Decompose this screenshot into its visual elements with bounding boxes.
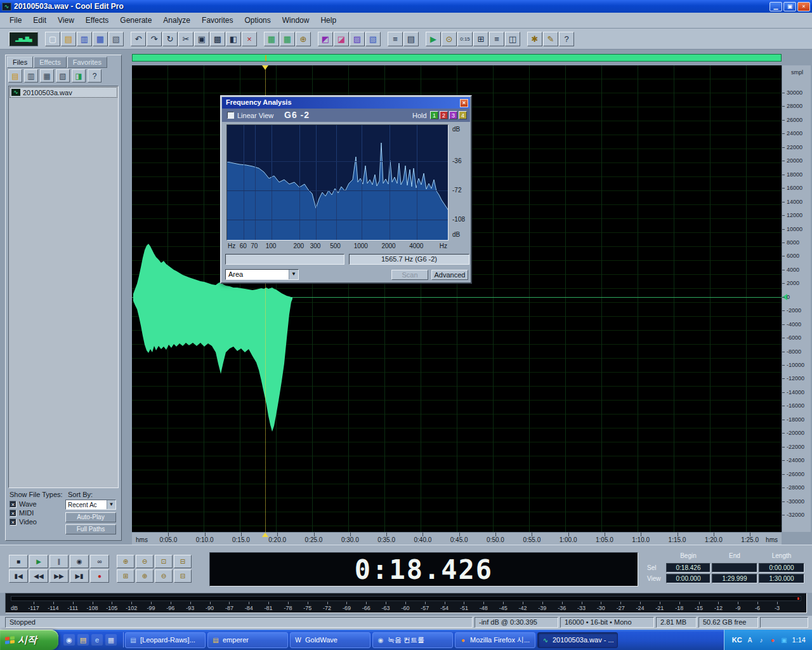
- panel-options-button[interactable]: ◨: [72, 69, 86, 83]
- new-file-button[interactable]: ▢: [45, 32, 60, 46]
- close-button[interactable]: ×: [797, 2, 810, 11]
- cut-button[interactable]: ✂: [178, 32, 193, 46]
- rewind-button[interactable]: ◀◀: [29, 569, 48, 583]
- menu-file[interactable]: File: [4, 14, 27, 27]
- menu-window[interactable]: Window: [277, 14, 315, 27]
- linear-view-checkbox[interactable]: [227, 112, 234, 119]
- amplitude-ruler[interactable]: smpl 30000280002600024000220002000018000…: [782, 65, 811, 532]
- selection-view-begin[interactable]: 0:00.000: [666, 574, 710, 583]
- menu-help[interactable]: Help: [315, 14, 342, 27]
- tab-effects[interactable]: Effects: [34, 56, 66, 68]
- menu-generate[interactable]: Generate: [114, 14, 157, 27]
- filetype-midi[interactable]: ×MIDI: [10, 509, 37, 517]
- minimize-button[interactable]: ▁: [769, 2, 782, 11]
- filetype-video[interactable]: ×Video: [10, 518, 37, 526]
- delete-selection-button[interactable]: ×: [242, 32, 257, 46]
- zoom-selection-button[interactable]: ⊞: [117, 569, 134, 583]
- taskbar-task[interactable]: ▤emperer: [207, 632, 288, 648]
- cue-grid-button[interactable]: ⊞: [473, 32, 488, 46]
- analysis-mode-dropdown[interactable]: Area ▼: [225, 269, 299, 280]
- zoom-full-button[interactable]: ⊡: [155, 555, 173, 568]
- level-meter[interactable]: dB -117-114-111-108-105-102-99-96-93-90-…: [5, 593, 807, 613]
- selection-view-length[interactable]: 1:30.000: [759, 574, 804, 583]
- play-looped-button[interactable]: ◉: [70, 555, 89, 568]
- undo-button[interactable]: ↶: [131, 32, 146, 46]
- auto-play-button[interactable]: Auto-Play: [65, 512, 116, 522]
- full-paths-button[interactable]: Full Paths: [65, 524, 116, 534]
- play-cursor-button[interactable]: ▶: [426, 32, 441, 46]
- quick-launch-desktop-icon[interactable]: ▦: [105, 634, 117, 646]
- chevron-down-icon[interactable]: ▼: [107, 500, 115, 509]
- taskbar-task[interactable]: ◉녹음 컨트롤: [372, 632, 453, 648]
- cursor-marker-bottom[interactable]: [262, 533, 268, 537]
- panel-insert-multitrack-button[interactable]: ▧: [56, 69, 70, 83]
- menu-view[interactable]: View: [52, 14, 80, 27]
- zoom-right-edge-button[interactable]: ⊟: [174, 569, 192, 583]
- spectrum-plot[interactable]: [226, 124, 449, 241]
- file-list[interactable]: ∿20100503a.wav: [8, 86, 119, 488]
- hold-button-4[interactable]: 4: [459, 111, 467, 119]
- fast-forward-button[interactable]: ▶▶: [49, 569, 69, 583]
- zoom-out-button[interactable]: ⊖: [136, 555, 154, 568]
- horizontal-range-bar[interactable]: [132, 54, 782, 62]
- frequency-analysis-button[interactable]: ▦: [280, 32, 295, 46]
- menu-analyze[interactable]: Analyze: [157, 14, 196, 27]
- zoom-in-button[interactable]: ⊕: [117, 555, 134, 568]
- hold-button-3[interactable]: 3: [449, 111, 457, 119]
- phase-analysis-button[interactable]: ⊕: [296, 32, 311, 46]
- record-button[interactable]: ●: [90, 569, 109, 583]
- split-view-button[interactable]: ◫: [505, 32, 520, 46]
- dialog-title-bar[interactable]: Frequency Analysis ×: [222, 97, 470, 109]
- zoom-window-button[interactable]: ⊙: [442, 32, 457, 46]
- save-file-button[interactable]: ▥: [77, 32, 92, 46]
- go-to-end-button[interactable]: ▶▮: [70, 569, 89, 583]
- save-as-button[interactable]: ▦: [93, 32, 108, 46]
- taskbar-task[interactable]: ∿20100503a.wav - ...: [537, 632, 618, 648]
- restore-button[interactable]: ▣: [783, 2, 796, 11]
- frequency-analysis-dialog[interactable]: Frequency Analysis × Linear View G6 -2 H…: [220, 95, 472, 284]
- zoom-left-edge-button[interactable]: ⊟: [174, 555, 192, 568]
- ime-indicator[interactable]: KC: [732, 636, 742, 644]
- filter-effect-button[interactable]: ▨: [350, 32, 365, 46]
- tab-files[interactable]: Files: [7, 56, 33, 68]
- multitrack-view-button[interactable]: ≡: [388, 32, 403, 46]
- quick-launch-player-icon[interactable]: ◉: [63, 634, 75, 646]
- hold-button-1[interactable]: 1: [430, 111, 438, 119]
- quick-launch-ie-icon[interactable]: e: [91, 634, 103, 646]
- panel-open-file-button[interactable]: ▤: [8, 69, 22, 83]
- selection-sel-begin[interactable]: 0:18.426: [666, 563, 710, 573]
- selection-view-end[interactable]: 1:29.999: [712, 574, 757, 583]
- loop-button[interactable]: ∞: [90, 555, 109, 568]
- tray-ime-icon[interactable]: A: [745, 635, 755, 645]
- help-button[interactable]: ?: [559, 32, 574, 46]
- zoom-in-vertical-button[interactable]: ⊕: [136, 569, 154, 583]
- pause-button[interactable]: ∥: [49, 555, 69, 568]
- stop-button[interactable]: ■: [9, 555, 28, 568]
- edit-pencil-button[interactable]: ✎: [543, 32, 558, 46]
- waveform-view-button[interactable]: ▂▅▃▇▄: [9, 32, 38, 46]
- filetype-wave[interactable]: ×Wave: [10, 500, 37, 508]
- file-list-item[interactable]: ∿20100503a.wav: [10, 87, 117, 98]
- tray-messenger-icon[interactable]: ▣: [780, 635, 789, 645]
- selection-sel-end[interactable]: [712, 563, 757, 573]
- taskbar-task[interactable]: ▤[Leopard-Raws]...: [125, 632, 206, 648]
- play-button[interactable]: ▶: [29, 555, 48, 568]
- start-button[interactable]: 시작: [0, 630, 58, 650]
- cursor-marker-top[interactable]: [262, 65, 268, 70]
- menu-effects[interactable]: Effects: [80, 14, 114, 27]
- taskbar-task[interactable]: WGoldWave: [290, 632, 370, 648]
- hold-button-2[interactable]: 2: [440, 111, 448, 119]
- effects-rack-button[interactable]: ◩: [318, 32, 333, 46]
- timeline-ruler[interactable]: hms hms 0:05.00:10.00:15.00:20.00:25.00:…: [132, 532, 782, 545]
- dialog-close-icon[interactable]: ×: [460, 99, 468, 107]
- mix-paste-button[interactable]: ◧: [226, 32, 241, 46]
- quick-launch-explorer-icon[interactable]: ▤: [77, 634, 89, 646]
- open-file-button[interactable]: ▤: [61, 32, 76, 46]
- menu-favorites[interactable]: Favorites: [196, 14, 239, 27]
- zoom-out-vertical-button[interactable]: ⊖: [155, 569, 173, 583]
- spectral-view-button[interactable]: ▦: [264, 32, 279, 46]
- info-list-button[interactable]: ≡: [489, 32, 504, 46]
- redo-button[interactable]: ↷: [147, 32, 162, 46]
- panel-save-file-button[interactable]: ▦: [40, 69, 54, 83]
- tray-volume-icon[interactable]: ♪: [757, 635, 766, 645]
